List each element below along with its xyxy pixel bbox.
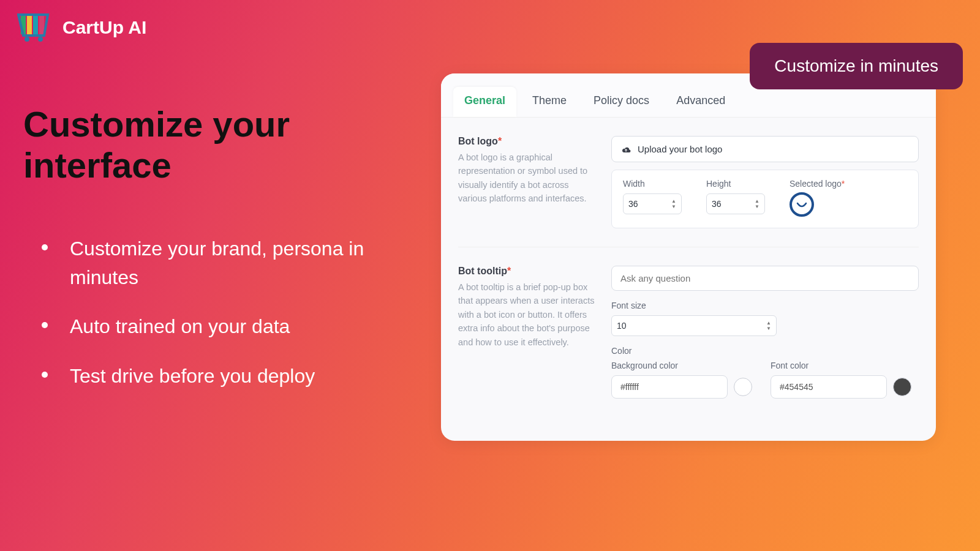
upload-label: Upload your bot logo (638, 144, 722, 154)
svg-point-4 (24, 37, 29, 42)
width-value: 36 (628, 199, 638, 209)
tab-theme[interactable]: Theme (521, 87, 578, 117)
fontsize-value: 10 (617, 321, 627, 331)
bullet-item: Auto trained on your data (42, 312, 391, 340)
bg-color-label: Background color (611, 361, 752, 370)
bot-tooltip-title: Bot tooltip* (458, 266, 599, 277)
page-title: Customize your interface (23, 104, 391, 186)
font-color-swatch[interactable] (893, 378, 911, 396)
chevron-up-icon[interactable]: ▲ (766, 321, 771, 326)
callout-badge: Customize in minutes (750, 43, 963, 89)
selected-logo-label: Selected logo* (790, 179, 845, 189)
bg-color-swatch[interactable] (734, 378, 752, 396)
brand-name: CartUp AI (62, 17, 146, 38)
chevron-up-icon[interactable]: ▲ (755, 199, 760, 204)
height-stepper[interactable]: 36 ▲▼ (706, 193, 765, 214)
color-label: Color (611, 346, 919, 356)
font-color-label: Font color (771, 361, 911, 370)
bot-logo-desc: A bot logo is a graphical representation… (458, 151, 599, 206)
chevron-down-icon[interactable]: ▼ (766, 326, 771, 331)
svg-rect-3 (39, 16, 44, 34)
bullet-item: Customize your brand, persona in minutes (42, 234, 391, 291)
svg-rect-1 (27, 16, 32, 34)
width-label: Width (623, 179, 682, 189)
selected-logo-preview (790, 192, 814, 217)
font-color-input[interactable] (771, 375, 887, 399)
svg-point-5 (38, 37, 43, 42)
bullet-item: Test drive before you deploy (42, 362, 391, 390)
width-stepper[interactable]: 36 ▲▼ (623, 193, 682, 214)
bot-logo-title: Bot logo* (458, 136, 599, 147)
fontsize-stepper[interactable]: 10 ▲▼ (611, 315, 777, 336)
chevron-down-icon[interactable]: ▼ (671, 204, 676, 209)
cart-logo-icon (17, 12, 51, 43)
svg-rect-2 (33, 16, 38, 34)
tab-advanced[interactable]: Advanced (665, 87, 736, 117)
tab-policy-docs[interactable]: Policy docs (582, 87, 660, 117)
tab-general[interactable]: General (453, 87, 516, 117)
bot-tooltip-desc: A bot tooltip is a brief pop-up box that… (458, 280, 599, 349)
section-bot-tooltip: Bot tooltip* A bot tooltip is a brief po… (458, 266, 919, 417)
chevron-down-icon[interactable]: ▼ (755, 204, 760, 209)
upload-bot-logo-button[interactable]: Upload your bot logo (611, 136, 919, 162)
app-header: CartUp AI (17, 12, 146, 43)
section-bot-logo: Bot logo* A bot logo is a graphical repr… (458, 136, 919, 247)
marketing-copy: Customize your interface Customize your … (23, 104, 391, 411)
height-value: 36 (712, 199, 722, 209)
tooltip-text-input[interactable] (611, 266, 919, 291)
bg-color-input[interactable] (611, 375, 728, 399)
fontsize-label: Font size (611, 301, 919, 310)
cloud-upload-icon (620, 145, 631, 154)
chevron-up-icon[interactable]: ▲ (671, 199, 676, 204)
height-label: Height (706, 179, 765, 189)
settings-panel: General Theme Policy docs Advanced Bot l… (441, 73, 936, 441)
